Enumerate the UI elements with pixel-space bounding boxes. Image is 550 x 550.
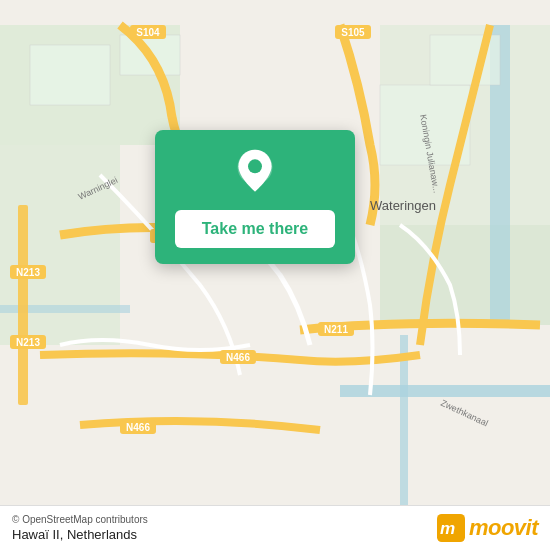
- svg-text:S104: S104: [136, 27, 160, 38]
- moovit-logo-label: moovit: [469, 515, 538, 541]
- svg-text:S105: S105: [341, 27, 365, 38]
- svg-text:N466: N466: [126, 422, 150, 433]
- svg-text:N211: N211: [324, 324, 348, 335]
- bottom-bar: © OpenStreetMap contributors Hawaï II, N…: [0, 505, 550, 550]
- location-card: Take me there: [155, 130, 355, 264]
- map-background: S104 S104 S105 N464 N211 N213 N213 N466 …: [0, 0, 550, 550]
- svg-rect-9: [30, 45, 110, 105]
- bottom-left-info: © OpenStreetMap contributors Hawaï II, N…: [12, 514, 148, 542]
- map-container: S104 S104 S105 N464 N211 N213 N213 N466 …: [0, 0, 550, 550]
- svg-rect-13: [18, 205, 28, 405]
- svg-rect-4: [380, 225, 550, 325]
- svg-text:N466: N466: [226, 352, 250, 363]
- copyright-text: © OpenStreetMap contributors: [12, 514, 148, 525]
- svg-rect-8: [400, 335, 408, 525]
- pin-icon: [231, 148, 279, 196]
- moovit-logo: m moovit: [437, 514, 538, 542]
- svg-point-37: [248, 159, 262, 173]
- location-label: Hawaï II, Netherlands: [12, 527, 148, 542]
- moovit-icon: m: [437, 514, 465, 542]
- svg-text:N213: N213: [16, 267, 40, 278]
- svg-text:N213: N213: [16, 337, 40, 348]
- svg-text:Wateringen: Wateringen: [370, 198, 436, 213]
- svg-text:m: m: [440, 519, 455, 538]
- take-me-there-button[interactable]: Take me there: [175, 210, 335, 248]
